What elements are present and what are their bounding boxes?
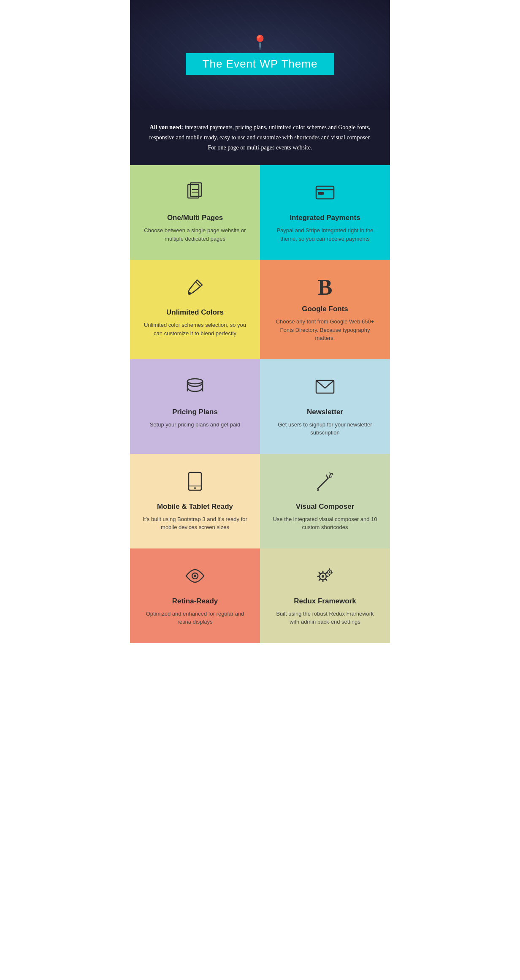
svg-point-9: [187, 379, 203, 384]
pricing-plans-title: Pricing Plans: [172, 408, 218, 416]
feature-integrated-payments: Integrated Payments Paypal and Stripe In…: [260, 165, 390, 260]
envelope-icon: [314, 376, 336, 402]
feature-one-multi-pages: One/Multi Pages Choose between a single …: [130, 165, 260, 260]
svg-point-27: [322, 575, 324, 578]
one-multi-pages-desc: Choose between a single page website or …: [143, 226, 247, 243]
one-multi-pages-title: One/Multi Pages: [167, 214, 223, 222]
hero-section: 📍 The Event WP Theme: [130, 0, 390, 110]
svg-line-17: [326, 475, 328, 478]
description-section: All you need: integrated payments, prici…: [130, 110, 390, 165]
google-fonts-desc: Choose any font from Google Web 650+ Fon…: [273, 318, 377, 342]
feature-mobile-tablet: Mobile & Tablet Ready It's built using B…: [130, 454, 260, 548]
hero-content: 📍 The Event WP Theme: [186, 35, 335, 75]
svg-point-8: [188, 292, 191, 295]
wand-icon: [314, 471, 336, 496]
svg-line-34: [325, 573, 327, 574]
database-icon: [184, 376, 206, 402]
visual-composer-desc: Use the integrated visual composer and 1…: [273, 515, 377, 532]
redux-framework-title: Redux Framework: [294, 597, 356, 605]
pricing-plans-desc: Setup your pricing plans and get paid: [150, 421, 241, 429]
svg-line-16: [318, 478, 328, 489]
svg-rect-6: [318, 192, 324, 195]
newsletter-desc: Get users to signup for your newsletter …: [273, 421, 377, 437]
unlimited-colors-desc: Unlimited color schemes selection, so yo…: [143, 321, 247, 337]
redux-framework-desc: Built using the robust Redux Framework w…: [273, 610, 377, 626]
card-icon: [314, 182, 336, 207]
gears-icon: [314, 565, 336, 591]
mobile-tablet-title: Mobile & Tablet Ready: [157, 502, 233, 511]
hero-title: The Event WP Theme: [186, 53, 335, 75]
feature-grid: One/Multi Pages Choose between a single …: [130, 165, 390, 643]
svg-line-32: [319, 573, 320, 574]
mobile-tablet-desc: It's built using Bootstrap 3 and it's re…: [143, 515, 247, 532]
retina-ready-desc: Optimized and enhanced for regular and r…: [143, 610, 247, 626]
feature-newsletter: Newsletter Get users to signup for your …: [260, 359, 390, 454]
tablet-icon: [184, 471, 206, 496]
description-bold: All you need:: [150, 124, 183, 130]
feature-retina-ready: Retina-Ready Optimized and enhanced for …: [130, 548, 260, 643]
newsletter-title: Newsletter: [307, 408, 343, 416]
feature-redux-framework: Redux Framework Built using the robust R…: [260, 548, 390, 643]
bold-b-icon: B: [318, 277, 333, 299]
google-fonts-title: Google Fonts: [302, 305, 348, 313]
svg-line-21: [330, 472, 330, 474]
location-pin-icon: 📍: [252, 35, 268, 49]
integrated-payments-desc: Paypal and Stripe Integrated right in th…: [273, 226, 377, 243]
feature-visual-composer: Visual Composer Use the integrated visua…: [260, 454, 390, 548]
description-text: All you need: integrated payments, prici…: [147, 122, 373, 152]
unlimited-colors-title: Unlimited Colors: [166, 308, 224, 317]
pages-icon: [184, 182, 206, 207]
svg-point-37: [329, 571, 330, 573]
svg-line-22: [332, 473, 333, 475]
feature-unlimited-colors: Unlimited Colors Unlimited color schemes…: [130, 260, 260, 359]
feature-google-fonts: B Google Fonts Choose any font from Goog…: [260, 260, 390, 359]
visual-composer-title: Visual Composer: [296, 502, 355, 511]
feature-pricing-plans: Pricing Plans Setup your pricing plans a…: [130, 359, 260, 454]
integrated-payments-title: Integrated Payments: [290, 214, 360, 222]
brush-icon: [184, 277, 206, 302]
svg-line-33: [325, 579, 327, 580]
svg-point-14: [194, 487, 196, 489]
svg-line-35: [319, 579, 320, 580]
eye-icon: [184, 565, 206, 591]
svg-point-25: [194, 575, 196, 577]
retina-ready-title: Retina-Ready: [172, 597, 218, 605]
